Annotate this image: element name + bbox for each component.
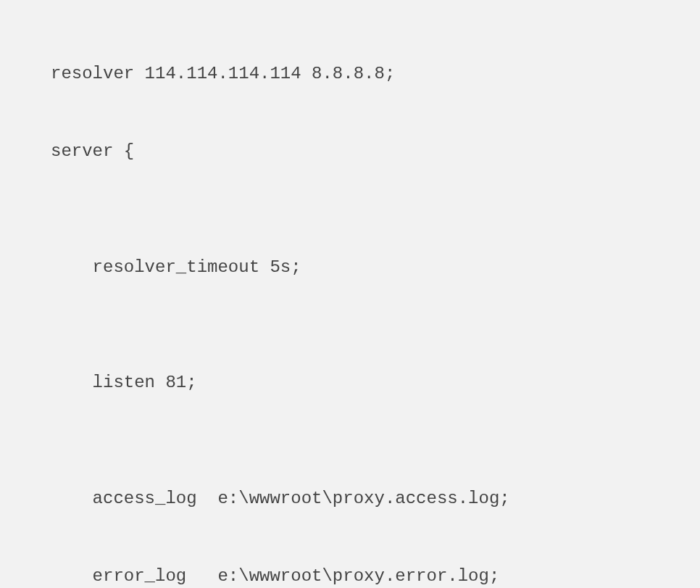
code-line: server { bbox=[51, 132, 649, 170]
code-line: resolver_timeout 5s; bbox=[51, 248, 649, 286]
code-line: listen 81; bbox=[51, 363, 649, 402]
code-line: error_log e:\wwwroot\proxy.error.log; bbox=[51, 557, 649, 588]
code-line: access_log e:\wwwroot\proxy.access.log; bbox=[51, 479, 649, 518]
code-line: resolver 114.114.114.114 8.8.8.8; bbox=[51, 54, 649, 93]
nginx-config-code-block: resolver 114.114.114.114 8.8.8.8; server… bbox=[51, 16, 649, 588]
